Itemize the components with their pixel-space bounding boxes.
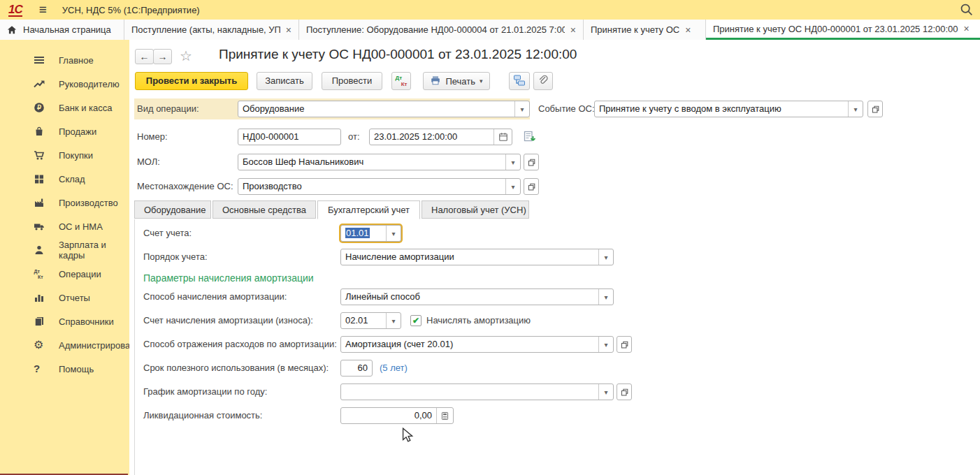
document-structure-button[interactable] [509,72,530,90]
chevron-down-icon[interactable]: ▾ [505,154,520,170]
sidebar-item-pokupki[interactable]: Покупки [0,143,129,167]
chevron-down-icon[interactable]: ▾ [598,289,613,305]
tab-prinyatie-doc-active[interactable]: Принятие к учету ОС НД00-000001 от 23.01… [706,20,980,40]
gear-icon: ⚙ [34,339,52,351]
chevron-down-icon[interactable]: ▾ [514,101,529,117]
method-combobox[interactable]: Линейный способ ▾ [340,288,614,305]
schedule-combobox[interactable]: ▾ [340,383,614,400]
paperclip-icon [538,75,549,88]
sidebar-item-pomosch[interactable]: ? Помощь [0,357,129,381]
date-input[interactable]: 23.01.2025 12:00:00 [369,129,512,145]
close-icon[interactable]: × [570,25,576,35]
svg-text:Кт: Кт [38,275,43,279]
sidebar-item-label: Продажи [59,126,96,137]
post-button[interactable]: Провести [322,72,382,90]
mol-combobox[interactable]: Боссов Шеф Начальникович ▾ [238,154,521,170]
os-event-combobox[interactable]: Принятие к учету с вводом в эксплуатацию… [594,101,863,117]
location-combobox[interactable]: Производство ▾ [238,178,521,195]
operation-kind-combobox[interactable]: Оборудование ▾ [238,101,530,117]
tab-nalogovyy-uchet[interactable]: Налоговый учет (УСН) [421,200,529,219]
sections-sidebar: Главное Руководителю ₽ Банк и касса Прод… [0,40,129,475]
main-menu-icon[interactable]: ≡ [39,2,47,17]
tab-osnovnye-sredstva[interactable]: Основные средства [212,200,316,219]
sidebar-item-label: Справочники [59,316,114,327]
chevron-down-icon[interactable]: ▾ [505,179,520,194]
bar-chart-icon [34,292,52,303]
number-input[interactable]: НД00-000001 [238,129,341,145]
accrue-depreciation-label: Начислять амортизацию [426,312,531,329]
tab-postuplenie-doc[interactable]: Поступление: Оборудование НД00-000004 от… [299,20,584,40]
sidebar-item-prodazhi[interactable]: Продажи [0,119,129,143]
liquidation-input[interactable]: 0,00 [340,407,454,424]
attachments-button[interactable] [533,72,553,90]
sidebar-item-spravochniki[interactable]: Справочники [0,309,129,333]
document-title: Принятие к учету ОС НД00-000001 от 23.01… [219,47,577,62]
mol-open-button[interactable] [524,154,539,170]
document-page-tabs: Оборудование Основные средства Бухгалтер… [134,200,529,219]
sidebar-item-operacii[interactable]: ДтКт Операции [0,262,129,286]
tab-label: Поступление: Оборудование НД00-000004 от… [306,24,565,35]
tab-label: Принятие к учету ОС [591,24,679,35]
chevron-down-icon[interactable]: ▾ [598,384,613,400]
schedule-open-button[interactable] [617,383,632,400]
chevron-down-icon: ▾ [480,78,483,85]
global-search-icon[interactable] [959,2,974,17]
tab-prinyatie-list[interactable]: Принятие к учету ОС × [584,20,706,40]
sidebar-item-proizvodstvo[interactable]: Производство [0,191,129,214]
post-and-close-button[interactable]: Провести и закрыть [135,72,248,90]
depr-account-label: Счет начисления амортизации (износа): [143,312,313,329]
useful-life-input[interactable]: 60 [340,360,373,377]
ruble-circle-icon: ₽ [34,102,52,113]
sidebar-item-sklad[interactable]: Склад [0,167,129,191]
expense-method-combobox[interactable]: Амортизация (счет 20.01) ▾ [340,336,614,353]
accrue-depreciation-checkbox[interactable]: ✔ [410,315,421,326]
order-label: Порядок учета: [143,249,208,265]
sidebar-item-zarplata-kadry[interactable]: Зарплата и кадры [0,238,129,262]
expense-method-open-button[interactable] [617,336,632,353]
boxes-grid-icon [34,173,52,184]
tab-buhgalterskiy-uchet[interactable]: Бухгалтерский учет [317,200,420,219]
order-combobox[interactable]: Начисление амортизации ▾ [340,249,614,265]
sidebar-item-os-nma[interactable]: ОС и НМА [0,214,129,238]
close-icon[interactable]: × [286,25,291,35]
depr-account-combobox[interactable]: 02.01 ▾ [340,312,401,329]
structure-icon [513,74,526,89]
sidebar-item-label: Главное [59,55,94,66]
sidebar-item-rukovoditelyu[interactable]: Руководителю [0,72,129,96]
chevron-down-icon[interactable]: ▾ [386,313,401,328]
tab-postuplenie-list[interactable]: Поступление (акты, накладные, УПД) × [124,20,299,40]
forward-button[interactable]: → [153,49,172,64]
sidebar-item-label: Банк и касса [59,103,113,113]
favorite-star-icon[interactable]: ☆ [180,48,192,64]
calculator-icon[interactable] [436,408,453,423]
1c-logo: 1С [8,3,22,17]
shopping-bag-icon [34,126,52,137]
dt-kt-postings-button[interactable]: ДтКт [391,72,411,90]
chevron-down-icon[interactable]: ▾ [598,337,613,352]
date-label: от: [348,129,360,145]
tab-oborudovanie[interactable]: Оборудование [134,200,211,219]
account-combobox[interactable]: 01.01 ▾ [340,225,401,242]
sidebar-item-administrirovanie[interactable]: ⚙ Администрирование [0,333,129,357]
window-title: УСН, НДС 5% (1С:Предприятие) [62,5,200,15]
chevron-down-icon[interactable]: ▾ [598,249,613,265]
close-icon[interactable]: × [685,25,691,35]
sidebar-item-otchety[interactable]: Отчеты [0,286,129,309]
fill-from-template-icon[interactable] [523,131,537,145]
back-button[interactable]: ← [135,49,154,64]
home-icon [7,25,17,35]
sidebar-item-glavnoe[interactable]: Главное [0,48,129,72]
tab-home[interactable]: Начальная страница [0,20,124,40]
save-button[interactable]: Записать [257,72,312,90]
calendar-icon[interactable] [493,129,512,145]
sidebar-item-bank-kassa[interactable]: ₽ Банк и касса [0,96,129,119]
location-open-button[interactable] [524,178,539,195]
useful-life-label: Срок полезного использования (в месяцах)… [143,360,329,377]
tab-label: Начальная страница [23,24,111,35]
os-event-label: Событие ОС: [538,101,595,117]
chevron-down-icon[interactable]: ▾ [386,226,401,241]
os-event-open-button[interactable] [867,101,883,117]
close-icon[interactable]: × [964,24,970,34]
chevron-down-icon[interactable]: ▾ [848,101,863,117]
print-button[interactable]: Печать ▾ [423,72,490,90]
